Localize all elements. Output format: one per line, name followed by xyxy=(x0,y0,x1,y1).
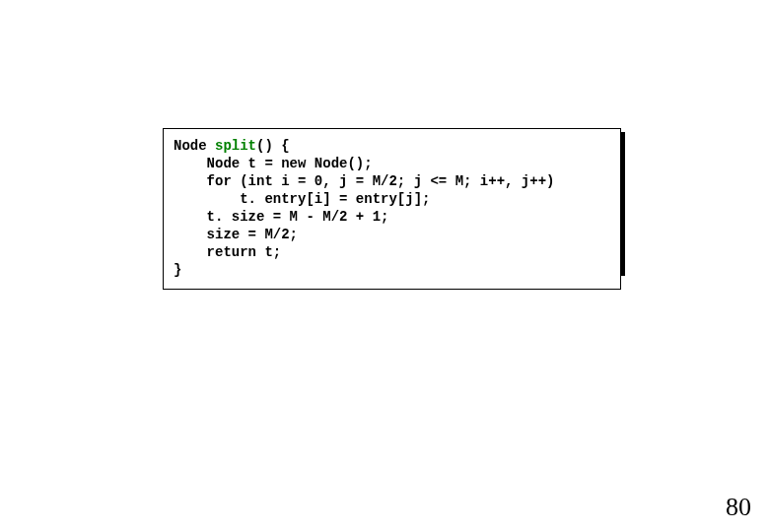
code-line-3: for (int i = 0, j = M/2; j <= M; i++, j+… xyxy=(174,172,610,190)
code-line-1: Node split() { xyxy=(174,137,610,155)
code-text: () { xyxy=(256,138,290,154)
code-line-2: Node t = new Node(); xyxy=(174,155,610,172)
method-name: split xyxy=(215,138,256,154)
code-line-7: return t; xyxy=(174,243,610,261)
code-line-6: size = M/2; xyxy=(174,226,610,243)
code-line-8: } xyxy=(174,261,610,279)
code-line-5: t. size = M - M/2 + 1; xyxy=(174,208,610,226)
code-line-4: t. entry[i] = entry[j]; xyxy=(174,190,610,208)
code-text: Node xyxy=(174,138,215,154)
code-box: Node split() { Node t = new Node(); for … xyxy=(163,128,621,290)
page-number: 80 xyxy=(726,493,751,522)
code-box-wrapper: Node split() { Node t = new Node(); for … xyxy=(163,128,621,290)
